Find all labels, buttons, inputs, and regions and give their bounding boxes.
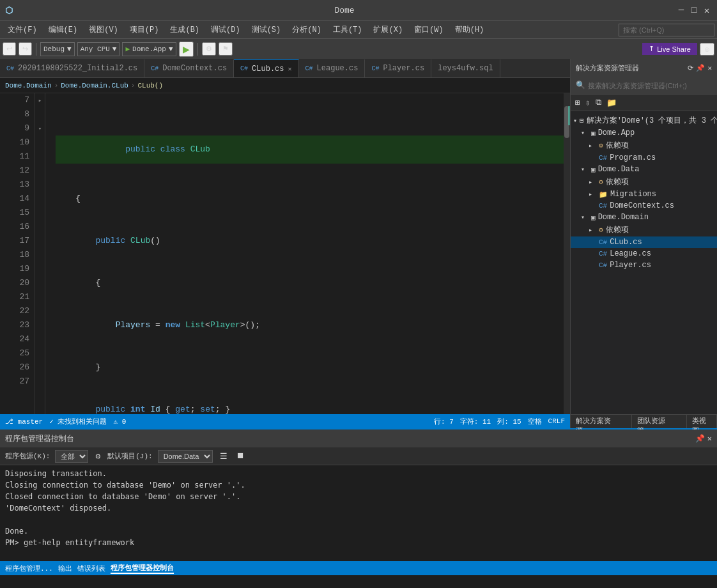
folder-migrations[interactable]: ▸ 📁 Migrations xyxy=(571,189,717,200)
menu-test[interactable]: 测试(S) xyxy=(247,22,286,38)
search-icon: 🔍 xyxy=(576,81,585,90)
fold-7[interactable]: ▸ xyxy=(35,93,45,107)
menu-build[interactable]: 生成(B) xyxy=(165,22,204,38)
code-content[interactable]: public class CLub { public CLub() { Play… xyxy=(45,93,564,414)
cs-icon-domecontext: C# xyxy=(599,202,607,210)
sync-button[interactable]: ⟳ xyxy=(688,64,693,72)
pkg-console-close[interactable]: ✕ xyxy=(707,434,712,444)
menu-help[interactable]: 帮助(H) xyxy=(450,22,490,38)
status-col[interactable]: 列: 15 xyxy=(497,417,521,426)
menu-window[interactable]: 窗口(W) xyxy=(409,22,449,38)
right-tab-team[interactable]: 团队资源管... xyxy=(632,415,687,428)
footer-console[interactable]: 程序包管理器控制台 xyxy=(111,563,174,574)
status-char[interactable]: 字符: 11 xyxy=(460,417,491,426)
tab-league[interactable]: C# League.cs xyxy=(299,59,366,77)
cpu-config-dropdown[interactable]: Any CPU ▼ xyxy=(77,42,120,56)
code-line-11: Players = new List<Player>(); xyxy=(56,318,564,332)
tab-sql[interactable]: leys4ufw.sql xyxy=(431,59,500,77)
menu-debug[interactable]: 调试(D) xyxy=(206,22,245,38)
right-tab-solution[interactable]: 解决方案资源... xyxy=(571,415,632,428)
right-tab-class[interactable]: 类视图 xyxy=(687,415,717,428)
footer-pkg[interactable]: 程序包管理... xyxy=(5,564,53,573)
pkg-settings-btn[interactable]: ⚙ xyxy=(93,451,102,461)
status-row[interactable]: 行: 7 xyxy=(434,417,454,426)
breadcrumb-bar: Dome.Domain › Dome.Domain.CLub › CLub() xyxy=(0,78,570,93)
pkg-console-footer: 程序包管理... 输出 错误列表 程序包管理器控制台 xyxy=(0,561,717,575)
pkg-console-pin[interactable]: 📌 xyxy=(695,434,705,444)
menu-analyze[interactable]: 分析(N) xyxy=(287,22,327,38)
tab-club[interactable]: C# CLub.cs ✕ xyxy=(234,59,298,77)
pkg-default-dropdown[interactable]: Dome.Data xyxy=(158,450,213,463)
undo-button[interactable]: ↩ xyxy=(3,42,16,56)
footer-errors[interactable]: 错误列表 xyxy=(77,564,105,573)
pkg-console-output: Disposing transaction. Closing connectio… xyxy=(0,465,717,561)
menu-extensions[interactable]: 扩展(X) xyxy=(368,22,408,38)
close-button[interactable]: ✕ xyxy=(702,5,712,15)
pkg-source-dropdown[interactable]: 全部 xyxy=(55,450,88,463)
status-warnings[interactable]: ⚠ 0 xyxy=(113,417,126,426)
toolbar-extra-2[interactable]: ⚑ xyxy=(219,42,233,56)
solution-tool-btn-4[interactable]: 📁 xyxy=(605,98,619,108)
vertical-scrollbar[interactable] xyxy=(564,93,570,414)
redo-button[interactable]: ↪ xyxy=(19,42,32,56)
project-domedata[interactable]: ▾ ▣ Dome.Data xyxy=(571,164,717,175)
project-domedomain[interactable]: ▾ ▣ Dome.Domain xyxy=(571,212,717,223)
solution-tool-btn-1[interactable]: ⊞ xyxy=(573,98,582,108)
solution-explorer-header: 解决方案资源管理器 ⟳ 📌 ✕ xyxy=(571,59,717,77)
status-space[interactable]: 空格 xyxy=(528,417,542,426)
status-encoding[interactable]: CRLF xyxy=(548,417,565,425)
breadcrumb-namespace[interactable]: Dome.Domain xyxy=(5,82,52,89)
live-share-button[interactable]: ⤒ Live Share xyxy=(642,43,697,55)
project-domeapp[interactable]: ▾ ▣ Dome.App xyxy=(571,127,717,139)
run-target-dropdown[interactable]: ▶ Dome.App ▼ xyxy=(122,42,176,56)
tab-domecontext[interactable]: C# DomeContext.cs xyxy=(144,59,234,77)
solution-search-input[interactable] xyxy=(588,82,712,89)
cs-icon-4: C# xyxy=(305,65,313,72)
tab-close-club[interactable]: ✕ xyxy=(288,65,292,73)
gutter: ▸ ▾ xyxy=(35,93,45,414)
tab-initial2[interactable]: C# 20201108025522_Initial2.cs xyxy=(0,59,144,77)
run-button[interactable]: ▶ xyxy=(179,42,194,57)
file-league-cs[interactable]: ▸ C# League.cs xyxy=(571,248,717,259)
breadcrumb-class[interactable]: Dome.Domain.CLub xyxy=(61,82,128,89)
editor-area: C# 20201108025522_Initial2.cs C# DomeCon… xyxy=(0,59,570,428)
menu-tools[interactable]: 工具(T) xyxy=(328,22,367,38)
deps-data[interactable]: ▸ ⚙ 依赖项 xyxy=(571,175,717,189)
file-club-cs[interactable]: ▸ C# CLub.cs xyxy=(571,236,717,248)
deps-app[interactable]: ▸ ⚙ 依赖项 xyxy=(571,139,717,152)
minimize-button[interactable]: ─ xyxy=(676,5,686,15)
code-editor: 7 8 9 10 11 12 13 14 15 16 17 18 19 20 2… xyxy=(0,93,570,414)
maximize-button[interactable]: □ xyxy=(689,5,699,15)
search-input[interactable] xyxy=(619,24,714,36)
footer-output[interactable]: 输出 xyxy=(58,564,72,573)
menu-view[interactable]: 视图(V) xyxy=(84,22,123,38)
menu-project[interactable]: 项目(P) xyxy=(125,22,164,38)
solution-tool-btn-3[interactable]: ⧉ xyxy=(594,98,603,107)
solution-tool-btn-2[interactable]: ⇳ xyxy=(583,98,592,108)
pin-button[interactable]: 📌 xyxy=(696,64,705,72)
menu-file[interactable]: 文件(F) xyxy=(3,22,42,38)
feedback-button[interactable]: ☺ xyxy=(700,43,714,56)
close-panel-button[interactable]: ✕ xyxy=(707,64,712,72)
status-errors[interactable]: ✓ 未找到相关问题 xyxy=(49,417,107,426)
deps-icon-data: ⚙ xyxy=(599,178,603,186)
toolbar-extra-1[interactable]: ⚙ xyxy=(202,42,216,56)
fold-9[interactable]: ▾ xyxy=(35,121,45,135)
status-branch[interactable]: ⎇ master xyxy=(5,417,43,426)
file-program-cs[interactable]: ▸ C# Program.cs xyxy=(571,152,717,164)
cs-icon-2: C# xyxy=(151,65,158,72)
breadcrumb-member[interactable]: CLub() xyxy=(137,82,163,89)
gutter-20 xyxy=(35,276,45,290)
file-player-cs[interactable]: ▸ C# Player.cs xyxy=(571,259,717,271)
deps-domain[interactable]: ▸ ⚙ 依赖项 xyxy=(571,223,717,236)
tab-player[interactable]: C# Player.cs xyxy=(365,59,431,77)
cs-icon-5: C# xyxy=(371,65,379,72)
solution-root[interactable]: ▾ ⊟ 解决方案'Dome'(3 个项目，共 3 个 xyxy=(571,114,717,127)
menu-edit[interactable]: 编辑(E) xyxy=(43,22,83,38)
pkg-clear-btn[interactable]: ☰ xyxy=(218,451,229,461)
cs-icon: C# xyxy=(6,65,14,72)
file-domecontext-cs[interactable]: ▸ C# DomeContext.cs xyxy=(571,200,717,212)
pkg-stop-btn[interactable]: ⏹ xyxy=(235,451,247,461)
debug-config-dropdown[interactable]: Debug ▼ xyxy=(40,42,75,56)
pkg-input-field[interactable] xyxy=(24,538,712,547)
